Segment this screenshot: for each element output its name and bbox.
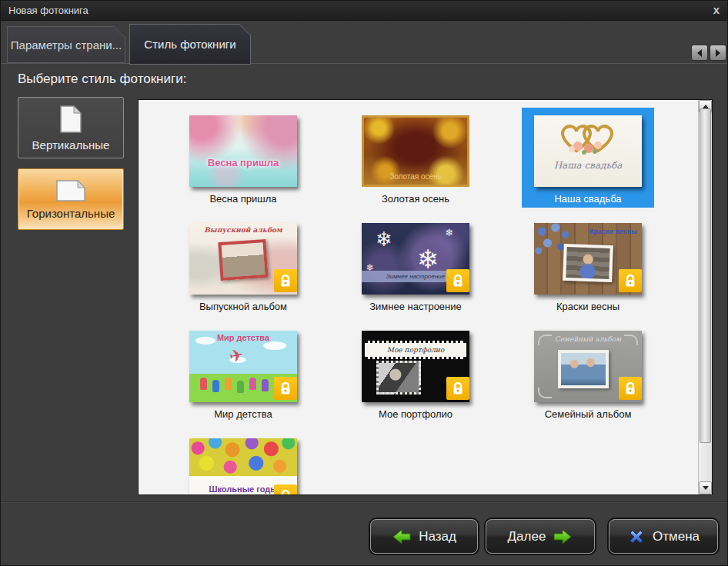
scrollbar-thumb[interactable] xyxy=(700,108,711,443)
flower-field-graphic xyxy=(189,438,297,478)
tab-scroll-right-button[interactable] xyxy=(710,45,726,61)
child-figure xyxy=(262,379,269,391)
cloud-graphic xyxy=(263,341,286,350)
style-label: Краски весны xyxy=(556,301,619,312)
child-figure xyxy=(200,378,207,390)
style-thumbnail: Мое портфолио xyxy=(362,331,469,402)
tab-strip-divider xyxy=(1,63,727,64)
style-item-shkolnye-gody[interactable]: Школьные годы Школьные годы xyxy=(177,431,309,494)
window-title: Новая фотокнига xyxy=(8,5,88,16)
blue-x-icon xyxy=(627,528,646,546)
footer-divider xyxy=(1,501,727,503)
tab-page-parameters[interactable]: Параметры страни... xyxy=(7,26,125,63)
lock-icon xyxy=(619,269,642,292)
style-label: Мир детства xyxy=(214,408,272,420)
style-thumbnail: Семейный альбом xyxy=(534,331,642,402)
style-item-kraski-vesny[interactable]: Краски весны Краски весны xyxy=(522,215,654,315)
film-strip-graphic: Мое портфолио xyxy=(365,341,466,359)
scroll-down-button[interactable] xyxy=(699,481,712,494)
thumbnail-photo xyxy=(563,244,613,282)
cancel-button[interactable]: Отмена xyxy=(609,519,718,554)
back-button[interactable]: Назад xyxy=(370,519,478,554)
style-label: Зимнее настроение xyxy=(369,301,462,312)
thumbnail-caption: Золотая осень xyxy=(362,172,469,181)
title-bar: Новая фотокнига x xyxy=(1,1,727,21)
orientation-label: Горизонтальные xyxy=(27,207,115,220)
lock-icon xyxy=(619,377,642,400)
style-item-zolotaya-osen[interactable]: Золотая осень Золотая осень xyxy=(349,108,482,208)
style-item-zimnee-nastroenie[interactable]: ❄ ❄ ❄ ❄ Зимнее настроение Зимнее настрое… xyxy=(349,215,482,315)
snowflake-icon: ❄ xyxy=(445,228,453,238)
landscape-page-icon xyxy=(55,179,86,202)
down-arrow-icon xyxy=(703,486,709,490)
thumbnail-photo xyxy=(558,350,609,388)
style-item-moe-portfolio[interactable]: Мое портфолио Мое портфолио xyxy=(349,323,482,423)
child-figure xyxy=(225,378,232,390)
page-title: Выберите стиль фотокниги: xyxy=(18,72,186,87)
style-list-panel: Весна пришла Весна пришла Золотая осень … xyxy=(138,99,713,495)
style-item-nasha-svadba[interactable]: Наша свадьба Наша свадьба xyxy=(522,108,654,208)
style-thumbnail: Школьные годы xyxy=(189,438,297,494)
thumbnail-caption: Краски весны xyxy=(589,228,637,235)
wedding-hearts-graphic xyxy=(555,120,621,155)
style-thumbnail: Выпускной альбом xyxy=(189,223,297,295)
style-item-vesna-prishla[interactable]: Весна пришла Весна пришла xyxy=(177,108,309,208)
lock-icon xyxy=(274,484,297,494)
style-item-vypusknoy-albom[interactable]: Выпускной альбом Выпускной альбом xyxy=(177,215,309,315)
thumbnail-caption: Мир детства xyxy=(189,333,297,342)
tab-label: Стиль фотокниги xyxy=(130,25,250,64)
thumbnail-caption: Выпускной альбом xyxy=(189,226,297,234)
style-item-semeynyy-albom[interactable]: Семейный альбом Семейный альбом xyxy=(522,323,654,423)
lock-icon xyxy=(446,269,469,292)
style-thumbnail: Весна пришла xyxy=(189,115,297,187)
orientation-vertical-button[interactable]: Вертикальные xyxy=(18,97,124,158)
snowflake-icon: ❄ xyxy=(376,229,392,249)
new-photobook-dialog: Новая фотокнига x Параметры страни... Ст… xyxy=(0,0,728,566)
green-left-arrow-icon xyxy=(392,528,412,545)
style-thumbnail: Мир детства ✈ xyxy=(189,331,297,402)
lock-icon xyxy=(274,377,297,400)
style-grid-viewport: Весна пришла Весна пришла Золотая осень … xyxy=(139,100,698,494)
style-item-mir-detstva[interactable]: Мир детства ✈ Мир детства xyxy=(177,323,309,423)
style-label: Мое портфолио xyxy=(379,408,452,420)
thumbnail-caption: Наша свадьба xyxy=(534,160,642,171)
child-figure xyxy=(249,378,256,390)
snowflake-icon: ❄ xyxy=(417,246,439,272)
style-thumbnail: Краски весны xyxy=(534,223,642,295)
style-thumbnail: Наша свадьба xyxy=(534,115,642,187)
portrait-page-icon xyxy=(59,105,82,134)
lock-icon xyxy=(274,269,297,292)
style-thumbnail: ❄ ❄ ❄ ❄ Зимнее настроение xyxy=(362,223,469,295)
style-grid: Весна пришла Весна пришла Золотая осень … xyxy=(139,100,654,494)
tab-book-style[interactable]: Стиль фотокниги xyxy=(129,24,251,65)
thumbnail-caption: Семейный альбом xyxy=(534,335,642,343)
right-arrow-icon xyxy=(716,49,720,57)
back-button-label: Назад xyxy=(419,529,456,544)
child-figure xyxy=(237,381,244,393)
close-icon[interactable]: x xyxy=(713,3,720,17)
thumbnail-photo xyxy=(218,239,268,281)
tab-scroll-left-button[interactable] xyxy=(691,45,708,61)
next-button-label: Далее xyxy=(508,529,546,544)
thumbnail-photo xyxy=(376,361,421,395)
cancel-button-label: Отмена xyxy=(653,529,700,544)
child-figure xyxy=(212,380,219,392)
style-label: Выпускной альбом xyxy=(199,301,287,312)
corner-ornament xyxy=(538,388,552,398)
tab-label: Параметры страни... xyxy=(8,27,125,62)
airplane-icon: ✈ xyxy=(228,346,245,365)
thumbnail-caption: Весна пришла xyxy=(189,157,297,168)
thumbnail-caption: Зимнее настроение xyxy=(386,273,445,280)
orientation-horizontal-button[interactable]: Горизонтальные xyxy=(18,168,124,230)
style-label: Наша свадьба xyxy=(554,193,621,205)
lock-icon xyxy=(446,377,469,400)
thumbnail-caption: Мое портфолио xyxy=(387,346,445,354)
style-label: Весна пришла xyxy=(209,193,276,205)
style-label: Семейный альбом xyxy=(545,408,632,420)
left-arrow-icon xyxy=(697,49,702,57)
next-button[interactable]: Далее xyxy=(486,519,595,554)
style-thumbnail: Золотая осень xyxy=(362,115,469,187)
vertical-scrollbar[interactable] xyxy=(698,100,712,494)
style-label: Золотая осень xyxy=(382,193,449,205)
green-right-arrow-icon xyxy=(553,528,573,545)
